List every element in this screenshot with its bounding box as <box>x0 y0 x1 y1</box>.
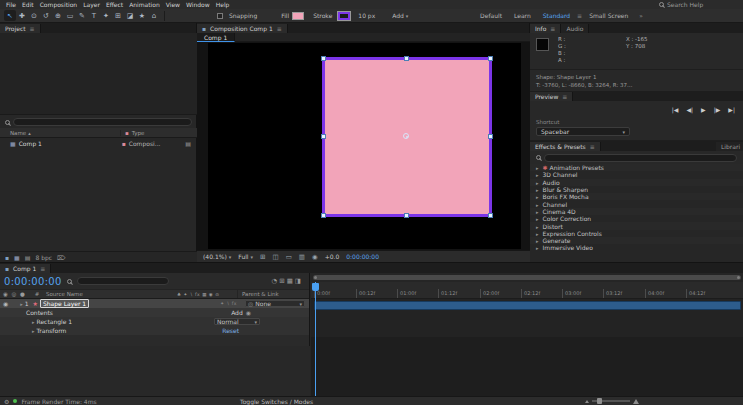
snapping-checkbox[interactable] <box>217 13 223 19</box>
fill-swatch[interactable] <box>292 12 304 20</box>
resolution-select[interactable]: Full <box>238 253 253 260</box>
mask-toggle-icon[interactable]: ◫ <box>273 253 279 261</box>
toggle-switches-modes-button[interactable]: Toggle Switches / Modes <box>240 398 313 405</box>
effects-search[interactable] <box>530 151 743 164</box>
panel-menu-icon[interactable] <box>550 25 555 32</box>
new-composition-icon[interactable] <box>14 254 20 261</box>
project-search[interactable] <box>0 116 197 128</box>
effects-category-audio[interactable]: Audio <box>530 179 743 186</box>
handle-mid-right[interactable] <box>489 135 492 138</box>
blend-mode-select[interactable]: Normal <box>214 318 260 325</box>
layer-name[interactable]: Shape Layer 1 <box>40 299 89 308</box>
brush-tool[interactable]: ✦ <box>100 10 112 21</box>
time-ruler[interactable]: 0:00f 00:12f 01:00f 01:12f 02:00f 02:12f… <box>311 282 743 299</box>
trash-icon[interactable] <box>57 254 65 261</box>
stroke-swatch[interactable] <box>338 12 350 20</box>
tab-audio[interactable]: Audio <box>561 24 589 33</box>
add-shape-button[interactable]: Add <box>392 12 408 19</box>
timeline-zoom-slider[interactable] <box>585 399 639 404</box>
region-of-interest-icon[interactable]: ▭ <box>286 253 292 261</box>
current-time-field[interactable]: 0:00:00:00 <box>4 276 62 287</box>
zoom-tool[interactable]: ⊙ <box>28 10 40 21</box>
selection-tool[interactable]: ↖ <box>4 10 16 21</box>
handle-bottom-right[interactable] <box>489 214 492 217</box>
effects-category-cinema-4d[interactable]: Cinema 4D <box>530 208 743 215</box>
workspace-default[interactable]: Default <box>475 12 507 19</box>
orbit-camera-tool[interactable]: ↺ <box>40 10 52 21</box>
add-property-button[interactable] <box>246 309 251 316</box>
tab-timeline-comp1[interactable]: Comp 1 <box>0 264 51 273</box>
layer-duration-bar[interactable] <box>314 301 741 310</box>
panel-menu-icon[interactable] <box>277 25 282 32</box>
zoom-in-icon[interactable] <box>633 399 639 404</box>
workspace-learn[interactable]: Learn <box>509 12 536 19</box>
layer-row-shape-layer-1[interactable]: 1 Shape Layer 1 ✦ ∖ fx None <box>0 299 309 308</box>
transparency-grid-icon[interactable]: ▥ <box>299 253 305 261</box>
roto-brush-tool[interactable]: ★ <box>136 10 148 21</box>
project-item-comp1[interactable]: Comp 1 Composi... <box>0 138 197 148</box>
tab-info[interactable]: Info <box>530 24 561 33</box>
rectangle-1-row[interactable]: Rectangle 1 Normal <box>0 317 309 326</box>
panel-menu-icon[interactable] <box>590 143 595 150</box>
handle-top-left[interactable] <box>322 57 325 60</box>
zoom-out-icon[interactable] <box>585 400 589 403</box>
timeline-view-options-icons[interactable]: ◔ ⊞ ▦ ◨ <box>271 277 305 285</box>
menu-file[interactable]: File <box>3 1 19 8</box>
handle-mid-left[interactable] <box>322 135 325 138</box>
workspace-small-screen[interactable]: Small Screen <box>584 12 633 19</box>
effects-category-3d-channel[interactable]: 3D Channel <box>530 171 743 178</box>
effects-category-channel[interactable]: Channel <box>530 200 743 207</box>
play-button[interactable]: ▶ <box>701 106 706 113</box>
menu-edit[interactable]: Edit <box>19 1 37 8</box>
shape-layer-rectangle[interactable] <box>322 57 492 217</box>
zoom-slider-track[interactable] <box>592 400 630 402</box>
exposure-value[interactable]: +0.0 <box>325 253 340 260</box>
transform-row[interactable]: Transform Reset <box>0 326 309 335</box>
effects-category-animation-presets[interactable]: Animation Presets <box>530 164 743 171</box>
zoom-slider-thumb[interactable] <box>597 398 602 404</box>
workspace-standard[interactable]: Standard <box>538 12 575 19</box>
transform-reset-link[interactable]: Reset <box>222 327 239 334</box>
clone-stamp-tool[interactable]: ⊞ <box>112 10 124 21</box>
hand-tool[interactable]: ✚ <box>16 10 28 21</box>
snapping-toggle[interactable]: Snapping <box>217 12 260 19</box>
help-search-input[interactable] <box>667 1 737 8</box>
tab-libraries[interactable]: Librari <box>716 142 743 151</box>
viewer-timecode[interactable]: 0:00:00:00 <box>346 253 379 260</box>
type-tool[interactable]: T <box>88 10 100 21</box>
handle-top-right[interactable] <box>489 57 492 60</box>
workspace-overflow-icon[interactable] <box>639 12 643 19</box>
pen-tool[interactable]: ✎ <box>76 10 88 21</box>
camera-icon[interactable]: ◉ <box>312 253 318 261</box>
effects-category-color-correction[interactable]: Color Correction <box>530 215 743 222</box>
menu-view[interactable]: View <box>163 1 183 8</box>
grid-guides-icon[interactable]: ⊞ <box>260 253 265 261</box>
column-name[interactable]: Name <box>0 130 120 136</box>
rectangle-shape-tool[interactable]: ▭ <box>64 10 76 21</box>
last-frame-button[interactable]: ▶| <box>728 106 735 113</box>
tab-preview[interactable]: Preview <box>530 92 573 101</box>
effects-category-immersive-video[interactable]: Immersive Video <box>530 244 743 251</box>
workspace-menu-icon[interactable] <box>577 12 582 19</box>
layer-switches[interactable]: ✦ ∖ fx <box>220 301 237 306</box>
column-source-name[interactable]: Source Name <box>44 291 177 297</box>
composition-viewer[interactable] <box>197 42 530 250</box>
panel-menu-icon[interactable] <box>30 25 35 32</box>
stroke-control[interactable]: Stroke <box>310 12 350 20</box>
effects-category-expression-controls[interactable]: Expression Controls <box>530 230 743 237</box>
timeline-search-input[interactable] <box>77 277 169 285</box>
menu-help[interactable]: Help <box>213 1 233 8</box>
anchor-point[interactable] <box>403 133 409 139</box>
tab-composition[interactable]: Composition Comp 1 <box>197 24 288 33</box>
effects-category-distort[interactable]: Distort <box>530 222 743 229</box>
menu-layer[interactable]: Layer <box>80 1 103 8</box>
first-frame-button[interactable]: |◀ <box>672 106 679 113</box>
contents-row[interactable]: Contents Add <box>0 308 309 317</box>
menu-window[interactable]: Window <box>183 1 213 8</box>
pan-behind-tool[interactable]: ⊕ <box>52 10 64 21</box>
layer-track[interactable] <box>311 299 743 396</box>
time-navigator-bar[interactable] <box>313 275 741 280</box>
column-switches-icons[interactable]: ♣ ✦ ∖ fx ▦ ◉ ⊙ <box>177 292 237 297</box>
effects-category-generate[interactable]: Generate <box>530 237 743 244</box>
project-search-input[interactable] <box>13 118 192 126</box>
